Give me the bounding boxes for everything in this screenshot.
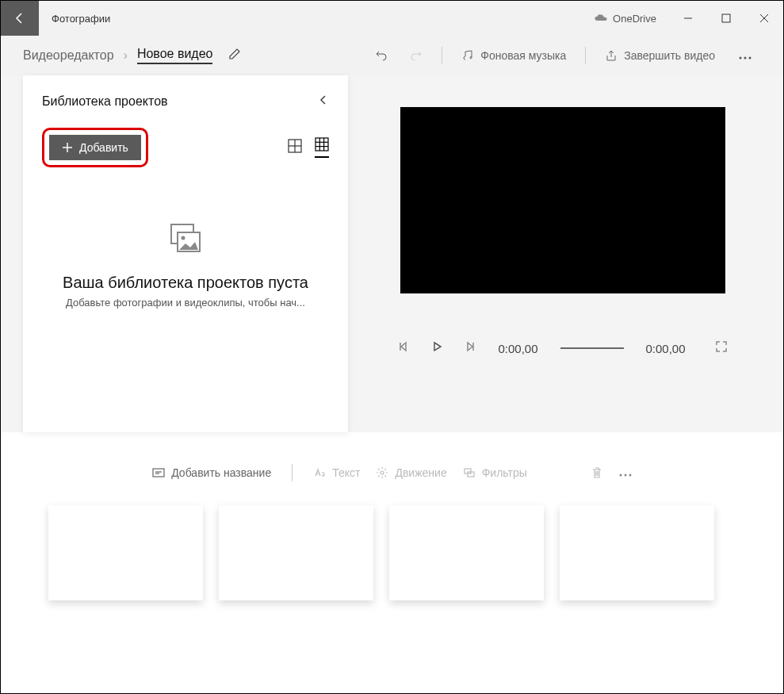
motion-button[interactable]: Движение <box>376 466 446 479</box>
add-button-highlight: Добавить <box>42 128 148 167</box>
text-icon <box>313 466 326 479</box>
finish-button[interactable]: Завершить видео <box>597 44 723 67</box>
storyboard-slot[interactable] <box>560 505 714 600</box>
storyboard-slot[interactable] <box>219 505 373 600</box>
progress-bar[interactable] <box>560 347 624 349</box>
svg-rect-12 <box>316 138 328 151</box>
redo-button[interactable] <box>402 44 430 67</box>
onedrive-label: OneDrive <box>613 13 656 25</box>
empty-subtitle: Добавьте фотографии и видеоклипы, чтобы … <box>42 297 329 309</box>
library-title: Библиотека проектов <box>42 94 168 109</box>
empty-library-icon <box>166 223 205 255</box>
main-area: Библиотека проектов Добавить <box>1 75 783 432</box>
time-total: 0:00,00 <box>646 342 686 355</box>
bg-music-button[interactable]: Фоновая музыка <box>453 44 574 67</box>
svg-rect-1 <box>722 14 730 22</box>
undo-button[interactable] <box>367 44 396 67</box>
plus-icon <box>62 142 73 153</box>
player-controls: 0:00,00 0:00,00 <box>373 341 751 355</box>
play-button[interactable] <box>431 341 442 355</box>
minimize-button[interactable] <box>669 1 707 36</box>
separator <box>585 47 586 64</box>
add-title-button[interactable]: Добавить название <box>152 466 271 479</box>
add-button[interactable]: Добавить <box>49 135 141 160</box>
app-title: Фотографии <box>39 13 123 25</box>
empty-state: Ваша библиотека проектов пуста Добавьте … <box>42 223 329 309</box>
close-button[interactable] <box>745 1 783 36</box>
arrow-left-icon <box>13 12 26 25</box>
filters-button[interactable]: Фильтры <box>463 466 527 479</box>
toolbar: Видеоредактор › Новое видео Фоновая музы… <box>1 36 783 75</box>
maximize-button[interactable] <box>707 1 745 36</box>
next-frame-button[interactable] <box>465 341 476 355</box>
storyboard-slot[interactable] <box>48 505 203 600</box>
svg-point-23 <box>381 471 384 474</box>
breadcrumb-current[interactable]: Новое видео <box>137 47 213 64</box>
storyboard-toolbar: Добавить название Текст Движение Фильтры <box>48 464 736 481</box>
empty-title: Ваша библиотека проектов пуста <box>42 274 329 292</box>
onedrive-status[interactable]: OneDrive <box>581 13 669 25</box>
svg-point-5 <box>744 57 747 59</box>
cloud-icon <box>594 13 608 23</box>
more-button[interactable] <box>619 466 632 479</box>
back-button[interactable] <box>1 1 39 36</box>
storyboard-area: Добавить название Текст Движение Фильтры <box>1 448 783 632</box>
time-current: 0:00,00 <box>498 342 537 355</box>
separator <box>442 47 442 64</box>
svg-rect-20 <box>153 469 164 477</box>
preview-area: 0:00,00 0:00,00 <box>373 75 783 432</box>
svg-point-27 <box>624 474 626 477</box>
collapse-button[interactable] <box>318 94 329 109</box>
text-button[interactable]: Текст <box>313 466 360 479</box>
svg-point-19 <box>182 236 185 240</box>
view-large-grid[interactable] <box>288 139 302 156</box>
view-small-grid[interactable] <box>315 137 329 158</box>
trash-icon <box>591 466 603 479</box>
prev-frame-button[interactable] <box>398 341 409 355</box>
chevron-right-icon: › <box>120 48 131 63</box>
titlebar: Фотографии OneDrive <box>1 1 783 36</box>
delete-button[interactable] <box>591 466 603 479</box>
svg-point-6 <box>749 57 751 59</box>
svg-point-26 <box>619 474 621 477</box>
video-preview[interactable] <box>400 107 725 293</box>
breadcrumb-root[interactable]: Видеоредактор <box>23 48 114 63</box>
svg-point-28 <box>629 474 631 477</box>
edit-icon[interactable] <box>228 48 241 63</box>
filters-label: Фильтры <box>482 466 527 479</box>
filters-icon <box>463 466 476 479</box>
window-controls <box>669 1 783 36</box>
finish-label: Завершить видео <box>624 49 715 62</box>
library-panel: Библиотека проектов Добавить <box>23 75 348 432</box>
add-button-label: Добавить <box>79 141 128 154</box>
text-label: Текст <box>332 466 360 479</box>
storyboard <box>48 505 736 600</box>
more-button[interactable] <box>729 44 761 67</box>
title-card-icon <box>152 466 165 479</box>
music-icon <box>461 49 474 62</box>
svg-point-4 <box>740 57 742 59</box>
fullscreen-button[interactable] <box>716 341 727 355</box>
bg-music-label: Фоновая музыка <box>480 49 566 62</box>
add-title-label: Добавить название <box>171 466 271 479</box>
motion-label: Движение <box>395 466 446 479</box>
separator <box>292 464 293 481</box>
storyboard-slot[interactable] <box>389 505 544 600</box>
export-icon <box>605 49 618 62</box>
motion-icon <box>376 466 388 479</box>
